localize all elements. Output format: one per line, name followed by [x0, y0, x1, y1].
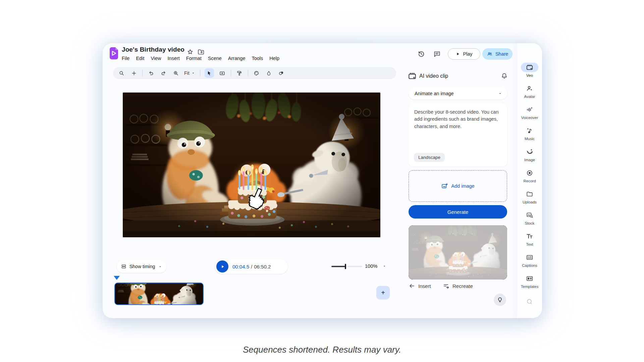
add-scene-tool-icon[interactable] [218, 69, 226, 77]
prompt-input[interactable]: Describe your 8-second video. You can ad… [409, 104, 507, 167]
menu-help[interactable]: Help [269, 56, 279, 61]
menu-tools[interactable]: Tools [252, 56, 263, 61]
rail-item-avatar[interactable]: Avatar [517, 84, 542, 105]
search-icon[interactable] [117, 69, 125, 77]
add-image-label: Add image [451, 183, 474, 189]
aspect-ratio-chip[interactable]: Landscape [414, 153, 445, 162]
mode-dropdown[interactable]: Animate an image [409, 87, 507, 100]
vids-logo-icon[interactable] [109, 47, 118, 59]
app-window: Joe's Birthday video File Edit View Inse… [103, 43, 542, 318]
star-icon[interactable] [186, 48, 194, 56]
preview-loading-overlay [409, 225, 507, 280]
rail-label: Text [526, 242, 533, 246]
lightbulb-icon [497, 297, 503, 303]
menu-edit[interactable]: Edit [136, 56, 144, 61]
generated-preview[interactable] [409, 225, 507, 280]
redo-icon[interactable] [159, 69, 167, 77]
rail-item-voiceover[interactable]: Voiceover [517, 105, 542, 126]
rail-item-captions[interactable]: Captions [517, 253, 542, 274]
menu-arrange[interactable]: Arrange [228, 56, 246, 61]
chevron-down-icon [498, 91, 502, 96]
document-title[interactable]: Joe's Birthday video [122, 46, 184, 53]
blend-circles-icon[interactable] [277, 69, 285, 77]
play-button-label: Play [463, 51, 472, 57]
chevron-down-icon[interactable] [382, 264, 387, 268]
rail-item-record[interactable]: Record [517, 168, 542, 189]
rail-item-stock[interactable]: Stock [517, 210, 542, 232]
rail-label: Captions [522, 263, 537, 267]
prompt-placeholder: Describe your 8-second video. You can ad… [414, 109, 501, 130]
menu-format[interactable]: Format [186, 56, 202, 61]
record-circle-icon [521, 168, 538, 178]
recreate-icon [443, 283, 449, 289]
zoom-plus-icon[interactable] [130, 69, 138, 77]
zoom-level-value[interactable]: 100% [365, 263, 377, 269]
insert-button[interactable]: Insert [409, 283, 431, 289]
tips-lightbulb-button[interactable] [494, 294, 506, 306]
timing-layers-icon [121, 263, 127, 269]
mode-dropdown-value: Animate an image [415, 91, 454, 96]
fit-zoom-select[interactable]: Fit [184, 70, 196, 76]
play-button[interactable]: Play [448, 48, 480, 60]
zoom-slider-track-empty[interactable] [347, 266, 362, 267]
show-timing-select[interactable]: Show timing [117, 260, 166, 273]
rail-item-text[interactable]: Text [517, 232, 542, 253]
rail-label: Avatar [524, 95, 535, 99]
rail-item-veo[interactable]: Veo [517, 63, 542, 84]
palette-icon[interactable] [253, 69, 261, 77]
menu-view[interactable]: View [151, 56, 161, 61]
comment-icon[interactable] [433, 50, 441, 58]
clip-frame [115, 283, 203, 304]
banana-sparkle-icon [521, 147, 538, 157]
rail-label: Veo [526, 73, 533, 77]
rail-item-uploads[interactable]: Uploads [517, 189, 542, 210]
zoom-in-icon[interactable] [172, 69, 180, 77]
timeline-play-button[interactable] [216, 260, 228, 273]
time-display: 00:04.5/06:50.2 [232, 264, 271, 269]
fit-zoom-label: Fit [184, 70, 190, 76]
play-triangle-icon [220, 264, 225, 269]
video-canvas[interactable] [123, 93, 380, 237]
add-image-button[interactable]: Add image [409, 170, 507, 202]
paint-roller-icon[interactable] [235, 69, 244, 77]
rail-item-image[interactable]: Image [517, 147, 542, 168]
rail-label: Voiceover [521, 116, 538, 120]
undo-icon[interactable] [147, 69, 155, 77]
video-frame [123, 93, 380, 237]
panel-title: AI video clip [419, 73, 448, 79]
select-tool-button[interactable] [205, 68, 214, 78]
veo-film-sparkle-icon [521, 63, 538, 72]
menu-scene[interactable]: Scene [208, 56, 222, 61]
play-triangle-icon [455, 52, 460, 56]
text-tt-icon [521, 232, 538, 241]
playhead-marker[interactable] [114, 276, 120, 280]
notifications-bell-icon[interactable] [500, 72, 508, 80]
droplet-icon[interactable] [265, 69, 273, 77]
share-button[interactable]: Share [482, 48, 513, 60]
generate-button[interactable]: Generate [409, 205, 507, 219]
rail-item-templates[interactable]: Templates [517, 274, 542, 295]
chevron-down-icon [191, 71, 196, 75]
zoom-slider-handle[interactable] [345, 264, 346, 269]
share-button-label: Share [495, 51, 508, 57]
menu-insert[interactable]: Insert [168, 56, 180, 61]
rail-label: Image [524, 158, 535, 162]
current-time: 00:04.5 [232, 264, 249, 269]
menu-file[interactable]: File [122, 56, 129, 61]
rail-item-music[interactable]: Music [517, 126, 542, 147]
recreate-button[interactable]: Recreate [443, 283, 473, 289]
timeline-clip-thumbnail[interactable] [114, 283, 204, 305]
editor-toolbar: Fit [113, 67, 396, 79]
rail-item-more[interactable] [517, 297, 542, 318]
sidebar-rail: Veo Avatar Voiceover Music Image [517, 43, 542, 318]
version-history-icon[interactable] [417, 50, 425, 58]
rail-label: Templates [521, 285, 538, 289]
move-folder-icon[interactable] [197, 48, 205, 56]
music-note-sparkle-icon [521, 126, 538, 135]
share-people-icon [487, 51, 493, 57]
zoom-slider-track-filled[interactable] [331, 266, 345, 267]
folder-icon [521, 189, 538, 199]
add-scene-button[interactable]: + [376, 286, 390, 299]
add-image-icon [441, 183, 448, 190]
recreate-label: Recreate [452, 283, 473, 289]
